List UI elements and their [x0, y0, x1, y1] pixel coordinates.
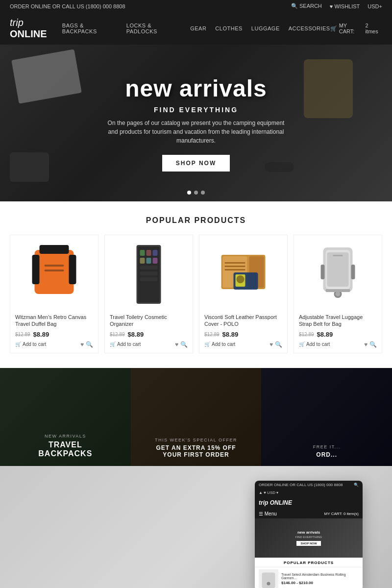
svg-rect-10	[153, 250, 158, 256]
category-banner-3[interactable]: FREE IT... ORD...	[261, 368, 392, 466]
products-grid: Witzman Men's Retro Canvas Travel Duffel…	[10, 235, 382, 353]
nav-bags[interactable]: BAGS & BACKPACKS	[62, 23, 118, 34]
hero-description: On the pages of our catalog we present y…	[103, 119, 289, 145]
hero-title: new arrivals	[103, 75, 289, 102]
cart-icon: 🛒	[330, 25, 337, 32]
cart-icon-small-2: 🛒	[110, 342, 116, 347]
svg-rect-13	[153, 258, 158, 264]
mobile-menu-button[interactable]: ☰ Menu	[259, 511, 277, 516]
svg-rect-16	[140, 277, 158, 281]
price-old-3: $12.89	[204, 332, 220, 337]
zoom-icon-3[interactable]: 🔍	[275, 341, 282, 348]
svg-rect-14	[140, 266, 158, 270]
product-price-4: $12.89 $8.89	[299, 331, 377, 338]
wishlist-icon-4[interactable]: ♥	[364, 341, 368, 348]
svg-rect-4	[45, 265, 64, 267]
mobile-topbar: ORDER ONLINE OR CALL US (1800) 000 8808 …	[255, 481, 363, 489]
category-banners: NEW ARRIVALS TRAVELBACKPACKS THIS WEEK'S…	[0, 368, 392, 466]
dot-2[interactable]	[194, 191, 198, 195]
svg-rect-34	[333, 255, 343, 256]
banner-content-2: THIS WEEK'S SPECIAL OFFER GET AN EXTRA 1…	[131, 438, 262, 458]
wishlist-link[interactable]: ♥ WISHLIST	[330, 3, 360, 9]
svg-rect-2	[69, 255, 76, 284]
camera-decoration	[10, 152, 49, 182]
svg-rect-22	[225, 269, 245, 270]
search-icon: 🔍	[291, 3, 298, 9]
mobile-search-icon: 🔍	[354, 483, 359, 487]
main-nav: BAGS & BACKPACKS LOCKS & PADLOCKS GEAR C…	[62, 23, 330, 34]
price-old-4: $12.89	[299, 332, 314, 337]
mobile-product-info: Travel Select Amsterdam Business Rolling…	[281, 573, 359, 585]
nav-locks[interactable]: LOCKS & PADLOCKS	[126, 23, 181, 34]
mobile-cart-button[interactable]: MY CART: 0 item(s)	[324, 512, 359, 516]
nav-gear[interactable]: GEAR	[190, 25, 206, 31]
price-old-2: $12.89	[110, 332, 125, 337]
cart-icon-small-4: 🛒	[299, 342, 305, 347]
nav-luggage[interactable]: LUGGAGE	[251, 25, 280, 31]
cart-button[interactable]: 🛒 MY CART: 2 itmes	[330, 23, 382, 34]
bag-decoration	[304, 59, 353, 118]
logo-online: ONLINE	[10, 28, 47, 39]
product-image-3	[204, 240, 282, 309]
logo[interactable]: trip ONLINE	[10, 17, 62, 40]
product-actions-4: 🛒 Add to cart ♥ 🔍	[299, 341, 377, 348]
mobile-hero: new arrivals FIND EVERYTHING SHOP NOW	[255, 518, 363, 558]
svg-rect-11	[140, 258, 145, 264]
mobile-hero-title: new arrivals	[295, 530, 322, 535]
product-card-3: Visconti Soft Leather Passport Cover - P…	[199, 235, 288, 353]
mobile-device: ORDER ONLINE OR CALL US (1800) 000 8808 …	[255, 481, 363, 588]
banner-title-3: ORD...	[261, 451, 392, 458]
mobile-hero-content: new arrivals FIND EVERYTHING SHOP NOW	[295, 530, 322, 545]
product-image-2	[110, 240, 188, 309]
zoom-icon-4[interactable]: 🔍	[369, 341, 377, 348]
banner-content-3: FREE IT... ORD...	[261, 444, 392, 458]
search-link[interactable]: 🔍 SEARCH	[291, 3, 322, 9]
dot-1[interactable]	[187, 191, 191, 195]
heart-icon: ♥	[330, 3, 333, 9]
mobile-shop-btn[interactable]: SHOP NOW	[296, 541, 320, 546]
top-bar: ORDER ONLINE OR CALL US (1800) 000 8808 …	[0, 0, 392, 12]
nav-clothes[interactable]: CLOTHES	[215, 25, 242, 31]
add-to-cart-2[interactable]: 🛒 Add to cart	[110, 342, 141, 347]
category-banner-2[interactable]: THIS WEEK'S SPECIAL OFFER GET AN EXTRA 1…	[131, 368, 262, 466]
svg-rect-12	[147, 258, 151, 264]
cart-icon-small: 🛒	[15, 342, 21, 347]
product-card-4: Adjustable Travel Luggage Strap Belt for…	[294, 235, 382, 353]
contact-info: ORDER ONLINE OR CALL US (1800) 000 8808	[10, 3, 125, 9]
mobile-logo: trip ONLINE	[259, 499, 292, 506]
svg-rect-15	[140, 271, 158, 275]
mobile-header: trip ONLINE	[255, 496, 363, 509]
product-actions-3: 🛒 Add to cart ♥ 🔍	[204, 341, 282, 348]
zoom-icon-1[interactable]: 🔍	[86, 341, 93, 348]
add-to-cart-3[interactable]: 🛒 Add to cart	[204, 342, 235, 347]
svg-point-30	[336, 292, 341, 296]
svg-rect-21	[225, 266, 245, 267]
nav-accessories[interactable]: ACCESSORIES	[289, 25, 330, 31]
wishlist-icon-2[interactable]: ♥	[175, 341, 178, 348]
category-banner-1[interactable]: NEW ARRIVALS TRAVELBACKPACKS	[0, 368, 131, 466]
currency-selector[interactable]: USD+	[368, 3, 382, 9]
svg-rect-1	[32, 255, 40, 284]
svg-rect-32	[351, 265, 355, 279]
add-to-cart-4[interactable]: 🛒 Add to cart	[299, 342, 330, 347]
hero-carousel-dots	[187, 191, 205, 195]
product-price-1: $12.89 $8.89	[15, 331, 93, 338]
product-name-4: Adjustable Travel Luggage Strap Belt for…	[299, 314, 377, 328]
mobile-hero-sub: FIND EVERYTHING	[295, 536, 322, 539]
logo-trip: trip	[10, 17, 24, 28]
popular-products-section: POPULAR PRODUCTS Witzman Men's Retro Can…	[0, 201, 392, 363]
svg-rect-28	[327, 252, 349, 287]
banner-label-3: FREE IT...	[261, 444, 392, 449]
zoom-icon-2[interactable]: 🔍	[180, 341, 188, 348]
wishlist-icon-1[interactable]: ♥	[80, 341, 84, 348]
product-price-2: $12.89 $8.89	[110, 331, 188, 338]
svg-point-25	[237, 275, 245, 283]
banner-content-1: NEW ARRIVALS TRAVELBACKPACKS	[0, 434, 131, 458]
shop-now-button[interactable]: SHOP NOW	[162, 155, 230, 172]
dot-3[interactable]	[201, 191, 205, 195]
wishlist-icon-3[interactable]: ♥	[270, 341, 273, 348]
product-image-1	[15, 240, 93, 309]
mobile-product-item: Travel Select Amsterdam Business Rolling…	[255, 567, 363, 588]
add-to-cart-1[interactable]: 🛒 Add to cart	[15, 342, 46, 347]
svg-rect-3	[40, 245, 69, 254]
